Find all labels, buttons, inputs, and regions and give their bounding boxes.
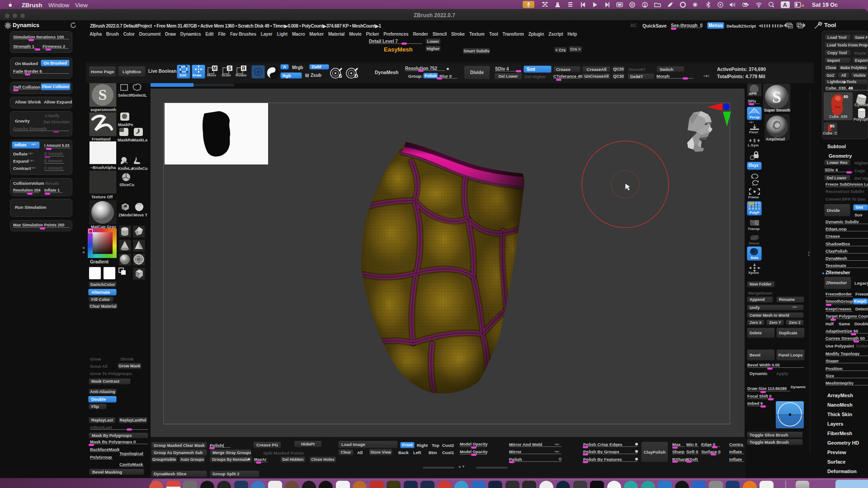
svg-text:M: M (213, 66, 217, 71)
svg-text:S: S (339, 73, 342, 79)
svg-text:z: z (752, 183, 754, 186)
svg-text:R: R (242, 66, 245, 71)
svg-text:D: D (354, 73, 358, 79)
svg-text:S: S (228, 66, 231, 71)
svg-text:S: S (772, 88, 781, 106)
svg-text:S: S (99, 86, 107, 103)
